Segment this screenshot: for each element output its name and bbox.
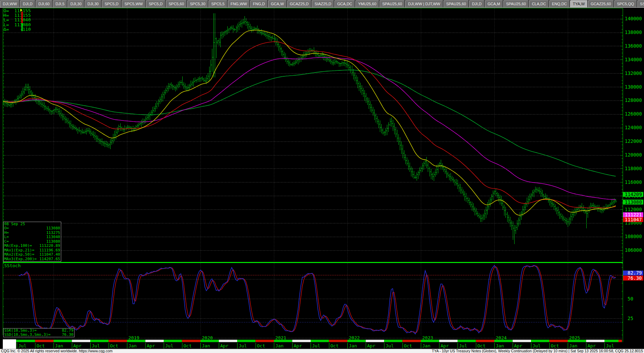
svg-text:130000: 130000: [625, 84, 642, 90]
tab-dji-30[interactable]: DJI,30: [68, 0, 84, 7]
tab-gca-dc[interactable]: GCA,DC: [334, 0, 355, 7]
year-label: 2021: [275, 335, 286, 340]
svg-text:128000: 128000: [625, 97, 642, 103]
month-label: Jan: [422, 343, 430, 348]
month-label: Oct: [331, 343, 339, 348]
month-label: Apr: [367, 343, 376, 348]
month-label: Apr: [147, 343, 155, 348]
month-label: Oct: [477, 343, 486, 348]
svg-text:134000: 134000: [625, 57, 642, 62]
year-label: 2023: [422, 335, 433, 340]
tab-spc5-30[interactable]: SPC5,30: [187, 0, 208, 7]
tab-fng-ww[interactable]: FNG,WW: [228, 0, 250, 7]
month-label: Jan: [569, 343, 577, 348]
tab-spc5-d[interactable]: SPC5,D: [102, 0, 121, 7]
tab-enq-dc[interactable]: ENQ,DC: [549, 0, 570, 7]
month-label: Jul: [385, 343, 394, 348]
month-label: Oct: [257, 343, 265, 348]
month-label: Oct: [37, 343, 45, 348]
gridlines: [3, 8, 623, 335]
svg-text:120000: 120000: [625, 152, 642, 158]
timeline-scroll-thumb[interactable]: [3, 339, 16, 349]
month-label: Jul: [18, 343, 26, 348]
month-label: Jan: [349, 343, 357, 348]
price-flag-113080: 113080: [623, 199, 643, 205]
tab-dji-d[interactable]: DJI,D: [20, 0, 35, 7]
tab-spc5-ww[interactable]: SPC5,WW: [122, 0, 146, 7]
month-label: Jan: [275, 343, 283, 348]
tab-dji-d[interactable]: DJI,D: [469, 0, 484, 7]
ssk-line: [19, 265, 616, 334]
tab-dji-ww-djt-ww[interactable]: DJI,WW | DJT,WW: [405, 0, 443, 7]
svg-text:112000: 112000: [625, 207, 642, 212]
month-label: Jul: [312, 343, 320, 348]
status-contract-info: TYA - 10yr US Treasury Notes (Globex), W…: [432, 349, 643, 353]
year-label: 2022: [349, 335, 360, 340]
price-flag-111047: 111047: [623, 217, 643, 222]
month-label: Oct: [184, 343, 192, 348]
month-label: Apr: [73, 343, 82, 348]
ema-21-line: [3, 30, 616, 215]
month-label: Apr: [294, 343, 302, 348]
month-label: Jan: [202, 343, 210, 348]
tab-ssax25-d[interactable]: SSAX25,D: [637, 0, 644, 7]
month-label: Jul: [532, 343, 540, 348]
svg-text:136000: 136000: [625, 43, 642, 49]
tab-dji-5[interactable]: DJI,5: [53, 0, 68, 7]
current-bar-green-segment: [21, 23, 23, 31]
tab-spc5-5[interactable]: SPC5,5: [208, 0, 227, 7]
month-label: Oct: [551, 343, 559, 348]
tab-gca-m[interactable]: GCA,M: [485, 0, 503, 7]
tab-spau25-60[interactable]: SPAU25,60: [503, 0, 529, 7]
svg-text:118000: 118000: [625, 166, 642, 171]
status-bar: CQG Inc. © 2025 All rights reserved worl…: [0, 349, 644, 353]
chart-tab-bar: DJI,WWDJI,DDJI,60DJI,5DJI,30DJI,30SPC5,D…: [0, 0, 644, 8]
svg-text:126000: 126000: [625, 111, 642, 117]
tab-gcaz25-60[interactable]: GCAZ25,60: [588, 0, 614, 7]
tab-spc5-60[interactable]: SPC5,60: [166, 0, 187, 7]
tab-ymu25-60[interactable]: YMU25,60: [355, 0, 379, 7]
year-label: 2024: [496, 335, 507, 340]
svg-text:111047: 111047: [625, 217, 642, 222]
svg-text:138000: 138000: [625, 29, 642, 35]
month-label: Jan: [55, 343, 63, 348]
svg-text:108000: 108000: [625, 234, 642, 239]
month-label: Jul: [606, 343, 614, 348]
month-label: Apr: [441, 343, 449, 348]
month-label: Apr: [588, 343, 596, 348]
tab-spc5-d[interactable]: SPC5,D: [146, 0, 165, 7]
tab-gcaz25-d[interactable]: GCAZ25,D: [287, 0, 312, 7]
tab-dji-30[interactable]: DJI,30: [85, 0, 101, 7]
ssd-line: [21, 266, 616, 333]
svg-text:122000: 122000: [625, 138, 642, 144]
tab-siaz25-d[interactable]: SIAZ25,D: [312, 0, 334, 7]
svg-text:76.30: 76.30: [628, 275, 642, 281]
current-price-arrow-icon: [20, 9, 22, 12]
tab-spc5-qq[interactable]: SPC5,QQ: [614, 0, 637, 7]
tab-dji-60[interactable]: DJI,60: [36, 0, 52, 7]
svg-text:114209: 114209: [625, 192, 642, 197]
svg-text:50: 50: [628, 296, 633, 302]
price-axis-labels: 1400001380001360001340001320001300001280…: [623, 16, 643, 321]
status-copyright: CQG Inc. © 2025 All rights reserved worl…: [1, 349, 113, 353]
current-bar-red-segment: [21, 12, 23, 23]
svg-text:124000: 124000: [625, 125, 642, 130]
month-label: Jan: [128, 343, 136, 348]
month-label: Jul: [92, 343, 100, 348]
cqg-terminal: DJI,WWDJI,DDJI,60DJI,5DJI,30DJI,30SPC5,D…: [0, 0, 644, 353]
tab-cla-dc[interactable]: CLA,DC: [529, 0, 549, 7]
tab-dji-ww[interactable]: DJI,WW: [0, 0, 20, 7]
svg-text:140000: 140000: [625, 16, 642, 21]
tab-gca-w[interactable]: GCA,W: [268, 0, 286, 7]
tab-tya-w[interactable]: TYA,W: [570, 0, 588, 7]
month-label: Apr: [220, 343, 229, 348]
stoch-flag-76.30: 76.30: [623, 275, 643, 281]
month-label: Apr: [514, 343, 523, 348]
svg-text:25: 25: [628, 316, 633, 321]
ema-50-line: [3, 42, 616, 208]
tab-spau25-60[interactable]: SPAU25,60: [380, 0, 405, 7]
year-label: 2020: [202, 335, 213, 340]
tab-spau25-60[interactable]: SPAU25,60: [444, 0, 469, 7]
month-label: Jul: [239, 343, 247, 348]
tab-fng-d[interactable]: FNG,D: [250, 0, 268, 7]
